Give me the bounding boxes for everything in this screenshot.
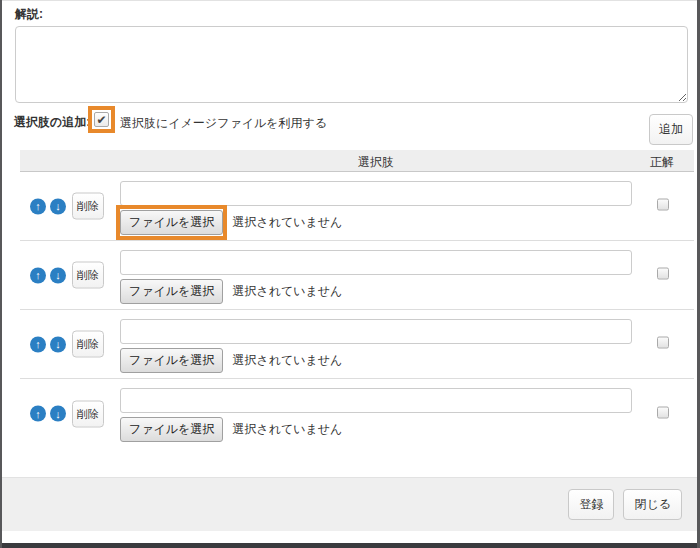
close-button[interactable]: 閉じる bbox=[623, 489, 682, 520]
choose-file-button[interactable]: ファイルを選択 bbox=[120, 279, 223, 304]
move-down-button[interactable]: ↓ bbox=[50, 406, 66, 422]
delete-button[interactable]: 削除 bbox=[72, 400, 104, 427]
choices-table: 選択肢 正解 ↑ ↓ 削除 ファイルを選択 選択されていません bbox=[20, 150, 694, 448]
choice-text-input[interactable] bbox=[120, 181, 632, 206]
delete-button[interactable]: 削除 bbox=[72, 262, 104, 289]
move-down-button[interactable]: ↓ bbox=[50, 198, 66, 214]
dialog-bottom-edge bbox=[2, 543, 697, 548]
move-up-button[interactable]: ↑ bbox=[30, 198, 46, 214]
arrow-up-icon: ↑ bbox=[35, 408, 41, 419]
row-controls: ↑ ↓ 削除 bbox=[30, 331, 104, 358]
choice-row-2: ↑ ↓ 削除 ファイルを選択 選択されていません bbox=[20, 241, 694, 310]
explanation-label: 解説: bbox=[15, 6, 43, 23]
choice-row-3: ↑ ↓ 削除 ファイルを選択 選択されていません bbox=[20, 310, 694, 379]
correct-checkbox[interactable] bbox=[657, 406, 669, 418]
file-line: ファイルを選択 選択されていません bbox=[120, 417, 342, 442]
correct-checkbox[interactable] bbox=[657, 268, 669, 280]
explanation-textarea[interactable] bbox=[15, 26, 688, 103]
choice-column-header: 選択肢 bbox=[120, 154, 632, 171]
delete-button[interactable]: 削除 bbox=[72, 331, 104, 358]
question-edit-dialog: 解説: 選択肢の追加: ✔ 選択肢にイメージファイルを利用する 追加 選択肢 正… bbox=[0, 0, 700, 548]
choices-table-header: 選択肢 正解 bbox=[20, 150, 694, 172]
use-image-label: 選択肢にイメージファイルを利用する bbox=[120, 115, 327, 132]
choice-text-input[interactable] bbox=[120, 319, 632, 344]
file-status-text: 選択されていません bbox=[232, 352, 342, 369]
dialog-footer: 登録 閉じる bbox=[2, 477, 697, 531]
row-controls: ↑ ↓ 削除 bbox=[30, 400, 104, 427]
choose-file-button[interactable]: ファイルを選択 bbox=[120, 348, 223, 373]
file-line: ファイルを選択 選択されていません bbox=[120, 348, 342, 373]
correct-cell bbox=[657, 406, 669, 421]
use-image-checkbox-wrap: ✔ bbox=[94, 112, 109, 127]
correct-cell bbox=[657, 337, 669, 352]
correct-cell bbox=[657, 199, 669, 214]
file-status-text: 選択されていません bbox=[232, 214, 342, 231]
arrow-down-icon: ↓ bbox=[55, 339, 61, 350]
correct-column-header: 正解 bbox=[650, 154, 674, 171]
choice-row-1: ↑ ↓ 削除 ファイルを選択 選択されていません bbox=[20, 172, 694, 241]
move-up-button[interactable]: ↑ bbox=[30, 267, 46, 283]
use-image-checkbox[interactable]: ✔ bbox=[94, 112, 109, 127]
move-up-button[interactable]: ↑ bbox=[30, 406, 46, 422]
choose-file-button[interactable]: ファイルを選択 bbox=[120, 417, 223, 442]
file-button-wrap: ファイルを選択 bbox=[120, 210, 223, 235]
file-line: ファイルを選択 選択されていません bbox=[120, 210, 342, 235]
arrow-up-icon: ↑ bbox=[35, 339, 41, 350]
arrow-up-icon: ↑ bbox=[35, 201, 41, 212]
check-icon: ✔ bbox=[96, 114, 106, 126]
dialog-top-divider bbox=[2, 0, 697, 1]
add-choice-label: 選択肢の追加: bbox=[14, 114, 90, 131]
arrow-down-icon: ↓ bbox=[55, 201, 61, 212]
choice-row-4: ↑ ↓ 削除 ファイルを選択 選択されていません bbox=[20, 379, 694, 448]
row-controls: ↑ ↓ 削除 bbox=[30, 262, 104, 289]
register-button[interactable]: 登録 bbox=[568, 489, 614, 520]
choice-text-input[interactable] bbox=[120, 388, 632, 413]
file-status-text: 選択されていません bbox=[232, 283, 342, 300]
add-button[interactable]: 追加 bbox=[649, 114, 693, 145]
row-controls: ↑ ↓ 削除 bbox=[30, 193, 104, 220]
file-line: ファイルを選択 選択されていません bbox=[120, 279, 342, 304]
arrow-down-icon: ↓ bbox=[55, 408, 61, 419]
move-up-button[interactable]: ↑ bbox=[30, 336, 46, 352]
correct-checkbox[interactable] bbox=[657, 199, 669, 211]
move-down-button[interactable]: ↓ bbox=[50, 336, 66, 352]
correct-checkbox[interactable] bbox=[657, 337, 669, 349]
choice-text-input[interactable] bbox=[120, 250, 632, 275]
arrow-up-icon: ↑ bbox=[35, 270, 41, 281]
delete-button[interactable]: 削除 bbox=[72, 193, 104, 220]
arrow-down-icon: ↓ bbox=[55, 270, 61, 281]
correct-cell bbox=[657, 268, 669, 283]
move-down-button[interactable]: ↓ bbox=[50, 267, 66, 283]
choose-file-button[interactable]: ファイルを選択 bbox=[120, 210, 223, 235]
file-status-text: 選択されていません bbox=[232, 421, 342, 438]
